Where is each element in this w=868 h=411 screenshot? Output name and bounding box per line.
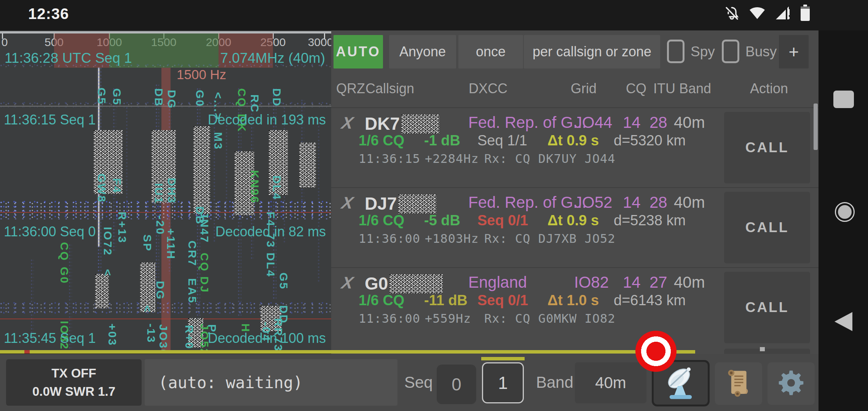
log-button[interactable] xyxy=(715,362,762,405)
waterfall-decode-label: F4 xyxy=(110,178,123,194)
distance-cell: d=5238 km xyxy=(614,212,686,229)
itu-zone-cell: 28 xyxy=(649,113,667,132)
waterfall-decode-label: DB xyxy=(152,88,165,107)
segment-decoded-label: Decoded in 100 ms xyxy=(208,330,326,346)
reply-scope-button[interactable]: per callsign or zone xyxy=(524,35,660,68)
waterfall-spectrum[interactable]: 050010001500200025003000 11:36:28 UTC Se… xyxy=(0,30,331,351)
call-button[interactable]: CALL xyxy=(724,272,810,343)
qrz-link-icon[interactable]: X xyxy=(340,273,355,292)
time-offset-cell: Δt 1.0 s xyxy=(547,292,599,309)
waterfall-decode-label: DD xyxy=(270,88,283,107)
call-button[interactable]: CALL xyxy=(724,192,810,263)
waterfall-decode-label: R+0 xyxy=(183,325,196,350)
rx-freq-cell: +1803Hz xyxy=(425,231,479,246)
add-filter-button[interactable]: + xyxy=(779,35,809,68)
spy-checkbox[interactable] xyxy=(667,40,685,63)
tx-state-label: TX OFF xyxy=(51,364,96,382)
waterfall-decode-label: G0 xyxy=(193,90,206,107)
auto-status-text: (auto: waiting) xyxy=(158,373,303,392)
callsign-cell: DK7 xyxy=(365,113,439,134)
header-cq: CQ xyxy=(626,81,646,97)
waterfall-decode-label: CR7 xyxy=(186,241,199,267)
ft8-cycle-progress-bar xyxy=(0,350,695,354)
reply-target-button[interactable]: Anyone xyxy=(389,35,456,68)
censored-callsign-block xyxy=(389,274,443,293)
signal-trace xyxy=(318,122,321,282)
seq-cell: Seq 1/1 xyxy=(477,132,527,149)
waterfall-decode-column: -13 xyxy=(145,323,158,343)
waterfall-decode-label: JO30 xyxy=(157,324,170,351)
settings-button[interactable] xyxy=(767,362,815,405)
header-dxcc: DXCC xyxy=(469,81,507,97)
frequency-tick-label: 3000 xyxy=(308,36,331,49)
waterfall-decode-column: CR7EA5 xyxy=(186,241,199,304)
record-indicator-button[interactable] xyxy=(635,331,677,372)
cq-zone-cell: 14 xyxy=(623,113,641,132)
reply-count-button[interactable]: once xyxy=(458,35,523,68)
waterfall-decode-label: +03 xyxy=(106,323,119,346)
waterfall-decode-label: EA5 xyxy=(186,278,199,304)
band-cell: 40m xyxy=(674,273,705,292)
decode-row[interactable]: X DK7 Fed. Rep. of G... JO44 14 28 40m 1… xyxy=(331,107,819,186)
dxcc-cell: England xyxy=(468,273,527,292)
call-button[interactable]: CALL xyxy=(724,112,810,183)
rx-time-cell: 11:36:15 xyxy=(359,151,420,166)
band-select-button[interactable]: 40m xyxy=(575,362,646,403)
bottom-bar: TX OFF 0.0W SWR 1.7 (auto: waiting) Seq … xyxy=(0,354,819,411)
band-cell: 40m xyxy=(674,193,705,212)
band-label: Band xyxy=(536,354,573,411)
time-offset-cell: Δt 0.9 s xyxy=(547,212,599,229)
waterfall-decode-label: GW8 xyxy=(95,174,108,203)
waterfall-decode-column: R+13 xyxy=(116,212,129,244)
status-icons xyxy=(723,5,811,23)
waterfall-decode-label: CQ DJ xyxy=(198,253,211,293)
decode-row[interactable]: X DJ7 Fed. Rep. of G... JO52 14 28 40m 1… xyxy=(331,187,819,266)
recents-button-icon[interactable] xyxy=(833,91,854,108)
decode-panel: AUTO Anyone once per callsign or zone Sp… xyxy=(331,30,819,357)
home-button-icon[interactable] xyxy=(835,202,855,222)
waterfall-decode-column: DBIU1 xyxy=(152,88,165,204)
back-button-icon[interactable] xyxy=(834,312,852,331)
callsign-cell: DJ7 xyxy=(365,193,436,214)
waterfall-decode-label: RC xyxy=(248,94,261,113)
header-band: Band xyxy=(679,81,711,97)
segment-timestamp-label: 11:35:45 Seq 1 xyxy=(4,330,96,346)
frequency-tick-label: 0 xyxy=(2,36,8,49)
busy-checkbox[interactable] xyxy=(722,40,739,63)
waterfall-decode-label: 73 DL4 xyxy=(264,233,277,277)
waterfall-decode-column: +11H xyxy=(164,228,177,260)
seq-0-button[interactable]: 0 xyxy=(437,365,476,404)
rx-time-cell: 11:36:00 xyxy=(359,311,420,326)
auto-status-panel[interactable]: (auto: waiting) xyxy=(145,359,397,406)
waterfall-decode-label: G0 xyxy=(58,267,71,284)
itu-zone-cell: 27 xyxy=(649,273,667,292)
qrz-link-icon[interactable]: X xyxy=(340,113,355,132)
decode-row[interactable]: X G0 England IO82 14 27 40m 1/6 CQ -11 d… xyxy=(331,267,819,346)
spy-label: Spy xyxy=(691,35,715,68)
rx-freq-cell: +2284Hz xyxy=(425,151,479,166)
seq-cell: Seq 0/1 xyxy=(477,292,528,309)
wifi-icon xyxy=(748,5,766,23)
segment-timestamp-label: 11:36:00 Seq 0 xyxy=(4,224,96,240)
waterfall-decode-column: R+0 xyxy=(183,325,196,350)
seq-1-active-indicator xyxy=(481,357,525,360)
signal-trace xyxy=(30,259,34,342)
censored-callsign-block xyxy=(398,194,436,213)
waterfall-decode-label: < xyxy=(101,269,114,277)
cq-count-cell: 1/6 CQ xyxy=(359,212,404,229)
auto-toggle-button[interactable]: AUTO xyxy=(333,35,383,68)
tx-status-button[interactable]: TX OFF 0.0W SWR 1.7 xyxy=(6,359,142,406)
seq-1-button[interactable]: 1 xyxy=(482,362,524,403)
waterfall-decode-column: DGDH3 xyxy=(165,90,178,204)
header-qrz: QRZ xyxy=(336,81,365,97)
decode-list-scrollbar[interactable] xyxy=(814,104,818,150)
qrz-link-icon[interactable]: X xyxy=(340,193,355,212)
header-action: Action xyxy=(750,81,788,97)
rx-message-cell: Rx: CQ DK7UY JO44 xyxy=(484,151,616,166)
grid-cell: IO82 xyxy=(574,273,609,292)
cq-zone-cell: 14 xyxy=(623,193,641,212)
rx-message-cell: Rx: CQ DJ7XB JO52 xyxy=(484,231,616,246)
signal-noise-band xyxy=(0,64,331,68)
android-nav-bar xyxy=(819,30,868,411)
snr-cell: -5 dB xyxy=(424,212,460,229)
